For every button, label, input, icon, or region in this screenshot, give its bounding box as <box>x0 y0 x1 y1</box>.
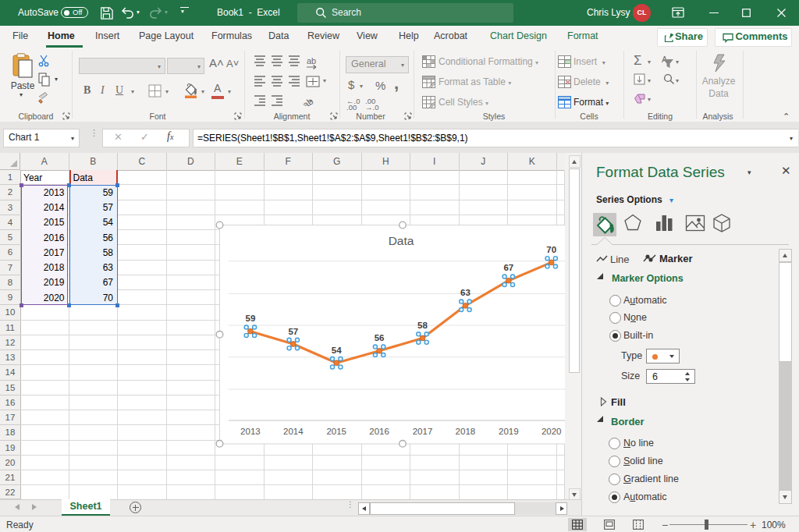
svg-text:56: 56 <box>375 333 385 342</box>
svg-text:ab: ab <box>307 56 316 66</box>
svg-text:2020: 2020 <box>542 427 562 436</box>
svg-text:57: 57 <box>288 327 298 336</box>
svg-text:2018: 2018 <box>456 427 476 436</box>
svg-text:2014: 2014 <box>283 427 304 436</box>
svg-text:58: 58 <box>417 321 428 330</box>
svg-text:2019: 2019 <box>499 427 519 436</box>
svg-text:70: 70 <box>546 245 556 254</box>
svg-text:2015: 2015 <box>326 427 346 436</box>
svg-text:59: 59 <box>246 314 256 323</box>
svg-text:ab: ab <box>300 95 315 106</box>
svg-text:2017: 2017 <box>413 427 433 436</box>
svg-text:54: 54 <box>332 346 342 355</box>
svg-text:Data: Data <box>389 234 414 247</box>
svg-text:63: 63 <box>460 288 471 297</box>
svg-text:2013: 2013 <box>240 427 261 436</box>
svg-text:67: 67 <box>503 263 513 272</box>
svg-text:2016: 2016 <box>369 427 389 436</box>
